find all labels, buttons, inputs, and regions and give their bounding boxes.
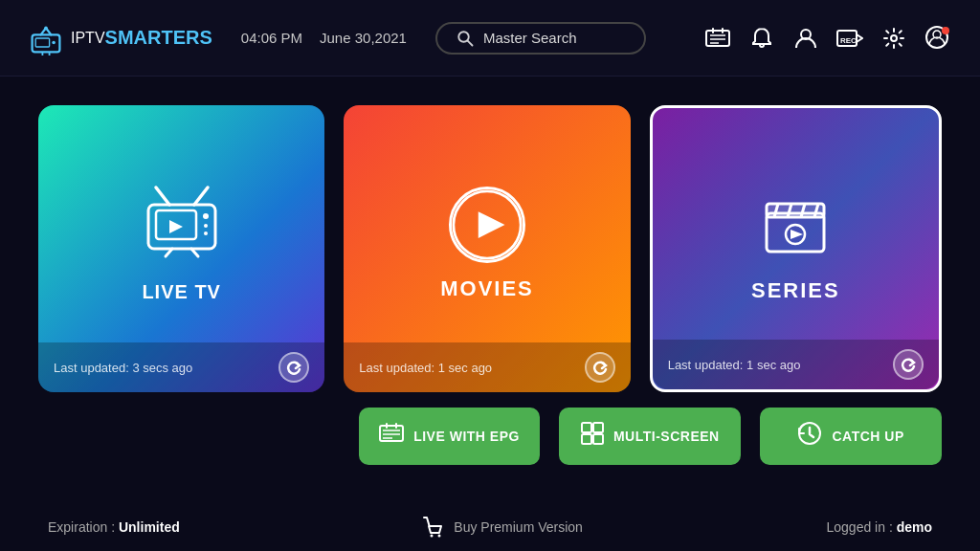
user-icon[interactable]: [792, 25, 819, 52]
record-icon[interactable]: REC: [836, 25, 863, 52]
svg-marker-43: [791, 230, 803, 239]
live-epg-icon: [379, 423, 404, 450]
svg-marker-28: [169, 220, 183, 233]
movies-refresh[interactable]: [585, 352, 615, 383]
search-bar[interactable]: Master Search: [435, 22, 646, 55]
buy-premium-label: Buy Premium Version: [454, 519, 583, 535]
live-tv-footer: Last updated: 3 secs ago: [38, 342, 324, 392]
svg-point-29: [203, 213, 209, 219]
search-label: Master Search: [483, 30, 577, 46]
catch-up-button[interactable]: CATCH UP: [760, 408, 942, 465]
svg-point-56: [438, 535, 441, 538]
svg-marker-35: [479, 211, 505, 238]
svg-rect-50: [582, 423, 591, 432]
current-time: 04:06 PM: [241, 30, 302, 46]
multi-screen-button[interactable]: MULTI-SCREEN: [559, 408, 741, 465]
series-refresh[interactable]: [893, 349, 924, 380]
cards-row: LIVE TV Last updated: 3 secs ago MOV: [38, 105, 942, 392]
svg-line-9: [468, 40, 473, 45]
catch-up-icon: [797, 421, 822, 452]
svg-rect-4: [35, 38, 49, 47]
header: IPTVSMARTERS 04:06 PM June 30,2021 Maste…: [0, 0, 980, 77]
action-buttons-row: LIVE WITH EPG MULTI-SCREEN: [359, 408, 942, 465]
expiration-label: Expiration :: [48, 519, 119, 535]
logged-in-label: Logged in :: [826, 519, 896, 535]
svg-point-23: [942, 27, 949, 34]
movies-footer: Last updated: 1 sec ago: [344, 342, 630, 392]
svg-point-20: [891, 35, 897, 41]
svg-point-3: [44, 26, 48, 30]
notification-icon[interactable]: [748, 25, 775, 52]
live-tv-label: LIVE TV: [142, 281, 221, 303]
profile-icon[interactable]: [924, 25, 951, 52]
svg-point-55: [431, 535, 434, 538]
header-icons: REC: [704, 25, 951, 52]
series-icon: [757, 185, 834, 265]
live-tv-updated: Last updated: 3 secs ago: [54, 361, 192, 375]
series-label: SERIES: [751, 278, 840, 303]
live-epg-button[interactable]: LIVE WITH EPG: [359, 408, 541, 465]
epg-icon[interactable]: [704, 25, 731, 52]
logged-in-info: Logged in : demo: [826, 519, 932, 535]
main-content: LIVE TV Last updated: 3 secs ago MOV: [0, 77, 980, 484]
svg-rect-52: [582, 434, 591, 444]
svg-point-31: [204, 231, 208, 235]
svg-point-30: [204, 224, 208, 228]
multi-screen-label: MULTI-SCREEN: [613, 429, 720, 444]
search-icon: [457, 30, 474, 47]
movies-updated: Last updated: 1 sec ago: [359, 361, 492, 375]
movies-label: MOVIES: [440, 276, 534, 301]
svg-rect-53: [593, 434, 603, 444]
logged-in-user: demo: [897, 519, 932, 535]
svg-line-24: [156, 187, 169, 205]
catch-up-label: CATCH UP: [832, 429, 903, 444]
svg-rect-0: [33, 34, 60, 52]
svg-point-5: [52, 40, 56, 44]
live-epg-label: LIVE WITH EPG: [413, 429, 520, 444]
svg-line-25: [194, 187, 208, 205]
cart-icon: [423, 517, 444, 538]
logo-iptv-text: IPTV: [71, 30, 105, 47]
current-date: June 30,2021: [320, 30, 407, 46]
svg-text:REC: REC: [840, 36, 857, 45]
settings-icon[interactable]: [880, 25, 907, 52]
logo: IPTVSMARTERS: [29, 21, 212, 55]
live-tv-icon: [139, 178, 225, 268]
live-tv-refresh[interactable]: [278, 352, 309, 383]
series-footer: Last updated: 1 sec ago: [653, 340, 939, 389]
svg-rect-51: [593, 423, 603, 432]
movies-icon: [449, 187, 525, 263]
movies-card[interactable]: MOVIES Last updated: 1 sec ago: [344, 105, 630, 392]
multi-screen-icon: [581, 422, 604, 451]
expiration-value: Unlimited: [119, 519, 180, 535]
series-updated: Last updated: 1 sec ago: [668, 358, 801, 372]
series-card[interactable]: SERIES Last updated: 1 sec ago: [650, 105, 942, 392]
logo-smarters-text: SMARTERS: [105, 27, 212, 49]
expiration-info: Expiration : Unlimited: [48, 519, 180, 535]
time-date: 04:06 PM June 30,2021: [241, 30, 407, 46]
live-tv-card[interactable]: LIVE TV Last updated: 3 secs ago: [38, 105, 324, 392]
footer: Expiration : Unlimited Buy Premium Versi…: [0, 517, 980, 538]
svg-marker-18: [857, 34, 862, 42]
buy-premium-button[interactable]: Buy Premium Version: [423, 517, 583, 538]
